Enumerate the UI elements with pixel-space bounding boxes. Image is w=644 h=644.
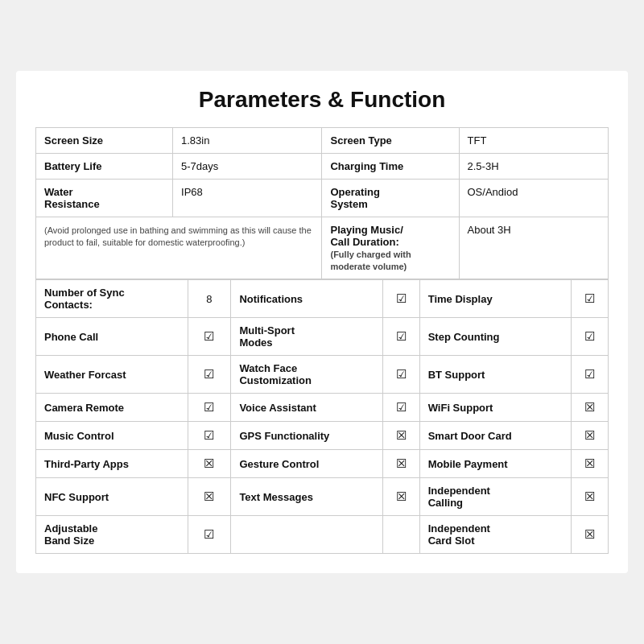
spec-val-screen-size: 1.83in xyxy=(173,128,322,154)
feat-label-watch-face: Watch FaceCustomization xyxy=(231,356,383,394)
feat-label-camera: Camera Remote xyxy=(36,394,188,422)
feat-label-text-messages: Text Messages xyxy=(231,478,383,516)
spec-label-battery: Battery Life xyxy=(36,154,173,180)
page-title: Parameters & Function xyxy=(35,87,609,113)
feat-check-third-party xyxy=(188,450,231,478)
feature-row-5: Third-Party Apps Gesture Control Mobile … xyxy=(36,450,609,478)
feat-check-weather xyxy=(188,356,231,394)
feat-label-band-size: AdjustableBand Size xyxy=(36,516,188,554)
feat-label-time-display: Time Display xyxy=(419,280,572,318)
specs-table: Screen Size 1.83in Screen Type TFT Batte… xyxy=(35,127,609,279)
feat-label-gps: GPS Functionality xyxy=(231,422,383,450)
feat-label-gesture: Gesture Control xyxy=(231,450,383,478)
feature-row-4: Music Control GPS Functionality Smart Do… xyxy=(36,422,609,450)
features-table: Number of SyncContacts: 8 Notifications … xyxy=(35,279,609,554)
spec-val-charging: 2.5-3H xyxy=(459,154,609,180)
spec-val-screen-type: TFT xyxy=(459,128,609,154)
feat-label-music: Music Control xyxy=(36,422,188,450)
spec-water-note: (Avoid prolonged use in bathing and swim… xyxy=(36,217,322,279)
spec-label-water: WaterResistance xyxy=(36,180,173,217)
feat-label-voice: Voice Assistant xyxy=(231,394,383,422)
spec-val-battery: 5-7days xyxy=(173,154,322,180)
feat-empty-2 xyxy=(382,516,419,554)
feature-row-2: Weather Forcast Watch FaceCustomization … xyxy=(36,356,609,394)
spec-label-music: Playing Music/Call Duration:(Fully charg… xyxy=(322,217,459,279)
feature-row-1: Phone Call Multi-SportModes Step Countin… xyxy=(36,318,609,356)
feat-check-multi-sport xyxy=(382,318,419,356)
feat-label-phone-call: Phone Call xyxy=(36,318,188,356)
feat-check-music xyxy=(188,422,231,450)
card: Parameters & Function Screen Size 1.83in… xyxy=(16,71,628,573)
feat-check-mobile-payment xyxy=(572,450,609,478)
feature-row-7: AdjustableBand Size IndependentCard Slot xyxy=(36,516,609,554)
spec-val-os: OS/Andiod xyxy=(459,180,609,217)
feat-check-voice xyxy=(382,394,419,422)
feat-check-gps xyxy=(382,422,419,450)
spec-val-water: IP68 xyxy=(173,180,322,217)
feat-check-bt-support xyxy=(572,356,609,394)
feat-check-gesture xyxy=(382,450,419,478)
feat-label-card-slot: IndependentCard Slot xyxy=(419,516,572,554)
spec-row-2: Battery Life 5-7days Charging Time 2.5-3… xyxy=(36,154,609,180)
feat-check-independent-calling xyxy=(572,478,609,516)
spec-label-screen-size: Screen Size xyxy=(36,128,173,154)
feat-check-time-display xyxy=(572,280,609,318)
spec-label-charging: Charging Time xyxy=(322,154,459,180)
feat-label-bt-support: BT Support xyxy=(419,356,572,394)
spec-row-4: (Avoid prolonged use in bathing and swim… xyxy=(36,217,609,279)
feat-check-step-counting xyxy=(572,318,609,356)
feat-val-sync: 8 xyxy=(188,280,231,318)
feat-check-text-messages xyxy=(382,478,419,516)
spec-label-screen-type: Screen Type xyxy=(322,128,459,154)
feat-check-band-size xyxy=(188,516,231,554)
feat-check-notifications xyxy=(382,280,419,318)
feat-label-multi-sport: Multi-SportModes xyxy=(231,318,383,356)
feat-label-smart-door: Smart Door Card xyxy=(419,422,572,450)
feat-label-weather: Weather Forcast xyxy=(36,356,188,394)
feature-row-6: NFC Support Text Messages IndependentCal… xyxy=(36,478,609,516)
feat-label-nfc: NFC Support xyxy=(36,478,188,516)
feat-check-smart-door xyxy=(572,422,609,450)
feat-check-nfc xyxy=(188,478,231,516)
feat-label-step-counting: Step Counting xyxy=(419,318,572,356)
feat-empty-1 xyxy=(231,516,383,554)
feat-check-phone-call xyxy=(188,318,231,356)
feat-check-card-slot xyxy=(572,516,609,554)
feat-label-independent-calling: IndependentCalling xyxy=(419,478,572,516)
feat-check-wifi xyxy=(572,394,609,422)
spec-row-1: Screen Size 1.83in Screen Type TFT xyxy=(36,128,609,154)
feat-label-mobile-payment: Mobile Payment xyxy=(419,450,572,478)
spec-val-music: About 3H xyxy=(459,217,609,279)
feat-label-sync: Number of SyncContacts: xyxy=(36,280,188,318)
feat-label-third-party: Third-Party Apps xyxy=(36,450,188,478)
feat-check-camera xyxy=(188,394,231,422)
feat-check-watch-face xyxy=(382,356,419,394)
feature-row-3: Camera Remote Voice Assistant WiFi Suppo… xyxy=(36,394,609,422)
feat-label-notifications: Notifications xyxy=(231,280,383,318)
feat-label-wifi: WiFi Support xyxy=(419,394,572,422)
spec-label-os: OperatingSystem xyxy=(322,180,459,217)
spec-row-3: WaterResistance IP68 OperatingSystem OS/… xyxy=(36,180,609,217)
features-header-row: Number of SyncContacts: 8 Notifications … xyxy=(36,280,609,318)
